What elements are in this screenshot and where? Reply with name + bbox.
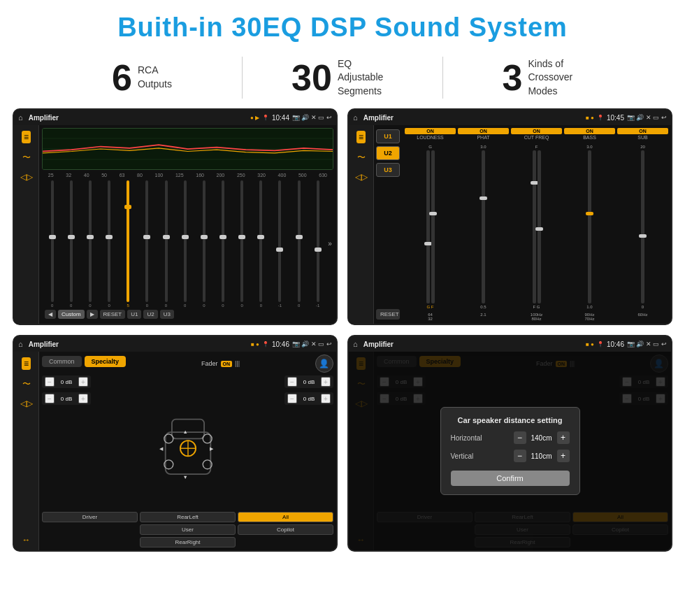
eq-u1-button[interactable]: U1	[127, 310, 141, 319]
dialog-vertical-minus[interactable]: −	[514, 450, 526, 462]
fader-rl-value: 0 dB	[57, 396, 76, 402]
dialog-status-dots: ■ ●	[586, 341, 594, 348]
dialog-overlay: Car speaker distance setting Horizontal …	[349, 352, 671, 550]
fader-controls-area: − 0 dB + − 0 dB +	[42, 375, 333, 508]
cr-bass-slider: 3.0 1.0	[564, 145, 615, 309]
eq-reset-button[interactable]: RESET	[100, 310, 126, 319]
stat-crossover-number: 3	[503, 59, 523, 96]
fader-status-dots: ■ ●	[251, 341, 259, 348]
fader-profile-icon[interactable]: 👤	[315, 354, 333, 373]
eq-slider-11: 0	[252, 179, 270, 308]
eq-next-button[interactable]: ▶	[87, 310, 98, 319]
fader-fl-minus[interactable]: −	[45, 377, 55, 387]
cr-preset-u1[interactable]: U1	[376, 129, 400, 143]
stat-rca-number: 6	[112, 59, 132, 96]
crossover-screen: ⌂ Amplifier ■ ● 📍 10:45 📷 🔊 ✕ ▭ ↩ ≡ 〜 ◁▷…	[347, 108, 672, 325]
dialog-horizontal-label: Horizontal	[451, 434, 482, 442]
cr-cutfreq-on[interactable]: ON	[511, 128, 562, 134]
fader-fr-value: 0 dB	[299, 379, 319, 385]
cr-speaker-icon[interactable]: ◁▷	[355, 172, 368, 182]
svg-text:◀: ◀	[159, 445, 164, 452]
fader-screen-title: Amplifier	[29, 341, 248, 348]
eq-slider-2: 0	[81, 179, 99, 308]
fader-fl-plus[interactable]: +	[78, 377, 88, 387]
fader-rl-minus[interactable]: −	[45, 394, 55, 403]
stats-row: 6 RCAOutputs 30 EQ AdjustableSegments 3 …	[0, 50, 685, 108]
fader-tab-common[interactable]: Common	[42, 356, 82, 367]
dialog-title: Car speaker distance setting	[451, 416, 570, 424]
eq-graph	[42, 128, 333, 170]
eq-slider-9: 0	[214, 179, 231, 308]
page-title: Buith-in 30EQ DSP Sound System	[0, 0, 685, 50]
fader-all-btn[interactable]: All	[238, 512, 333, 522]
cr-loudness-on[interactable]: ON	[405, 128, 456, 134]
eq-screen-title: Amplifier	[29, 114, 247, 122]
fader-left-panel: ≡ 〜 ◁▷ ↔	[14, 352, 39, 550]
fader-top-row: Common Specialty Fader ON ||| 👤	[42, 354, 333, 373]
eq-u2-button[interactable]: U2	[143, 310, 157, 319]
dialog-status-icons: 📷 🔊 ✕ ▭ ↩	[627, 341, 667, 348]
cr-freq-values: 6432 2.1 100Hz80Hz 90Hz70Hz 60Hz	[405, 313, 668, 321]
svg-text:▲: ▲	[182, 429, 187, 435]
cr-bass-on[interactable]: ON	[564, 128, 615, 134]
dialog-confirm-button[interactable]: Confirm	[451, 471, 570, 486]
fader-user-btn[interactable]: User	[140, 524, 236, 535]
fader-driver-btn[interactable]: Driver	[42, 512, 138, 522]
cr-preset-u3[interactable]: U3	[376, 163, 400, 177]
cr-wave-icon[interactable]: 〜	[357, 152, 366, 164]
fader-slider-indicator: |||	[235, 360, 240, 367]
fader-wave-icon[interactable]: 〜	[22, 378, 31, 390]
cr-phat-section: ON PHAT	[458, 128, 509, 140]
fader-speaker-icon[interactable]: ◁▷	[20, 399, 33, 408]
cr-sub-on[interactable]: ON	[617, 128, 668, 134]
fader-on-badge[interactable]: ON	[221, 361, 233, 367]
stat-crossover: 3 Kinds ofCrossover Modes	[443, 57, 643, 99]
eq-prev-button[interactable]: ◀	[45, 310, 56, 319]
dialog-home-icon[interactable]: ⌂	[353, 340, 358, 348]
fader-eq-icon[interactable]: ≡	[22, 357, 31, 370]
fader-rearleft-btn[interactable]: RearLeft	[140, 512, 236, 522]
eq-icon-active[interactable]: ≡	[22, 131, 31, 143]
stat-eq-number: 30	[291, 59, 332, 96]
fader-copilot-btn[interactable]: Copilot	[238, 524, 333, 535]
fader-labels-row: Driver RearLeft All User Copilot RearRig…	[42, 512, 333, 547]
eq-wave-icon[interactable]: 〜	[22, 152, 31, 164]
dialog-horizontal-row: Horizontal − 140cm +	[451, 431, 570, 444]
cr-status-dots: ■ ●	[586, 115, 594, 121]
cr-reset-button[interactable]: RESET	[376, 309, 400, 320]
eq-speaker-icon[interactable]: ◁▷	[20, 172, 33, 182]
fader-status-bar: ⌂ Amplifier ■ ● 📍 10:46 📷 🔊 ✕ ▭ ↩	[14, 336, 336, 352]
fader-rearright-btn[interactable]: RearRight	[140, 537, 236, 547]
dialog-horizontal-minus[interactable]: −	[514, 431, 526, 444]
cr-content: ≡ 〜 ◁▷ U1 U2 U3 RESET ON LOUDNESS ON	[349, 125, 671, 324]
stat-eq-text: EQ AdjustableSegments	[338, 57, 394, 99]
fader-rl-plus[interactable]: +	[78, 394, 88, 403]
car-diagram: ▲ ▼ ◀ ▶	[95, 375, 280, 508]
dialog-vertical-plus[interactable]: +	[557, 450, 570, 462]
eq-expand-icon[interactable]: »	[328, 240, 332, 248]
fader-main-panel: Common Specialty Fader ON ||| 👤	[39, 352, 336, 550]
svg-text:▼: ▼	[182, 473, 187, 480]
fader-rr-minus[interactable]: −	[287, 394, 297, 403]
fader-fr-plus[interactable]: +	[321, 377, 331, 387]
cr-preset-u2[interactable]: U2	[376, 146, 400, 160]
cr-phat-on[interactable]: ON	[458, 128, 509, 134]
eq-u3-button[interactable]: U3	[160, 310, 174, 319]
fader-on-control: Fader ON |||	[201, 360, 240, 367]
fader-home-icon[interactable]: ⌂	[18, 340, 23, 348]
eq-screen: ⌂ Amplifier ● ▶ 📍 10:44 📷 🔊 ✕ ▭ ↩ ≡ 〜 ◁▷	[13, 108, 338, 325]
eq-preset-custom[interactable]: Custom	[58, 310, 85, 319]
dialog-screen: ⌂ Amplifier ■ ● 📍 10:46 📷 🔊 ✕ ▭ ↩ ≡ 〜 ◁▷…	[347, 335, 672, 552]
cr-home-icon[interactable]: ⌂	[353, 113, 358, 122]
cr-eq-icon[interactable]: ≡	[356, 131, 366, 143]
eq-freq-labels: 25 32 40 50 63 80 100 125 160 200 250 32…	[42, 173, 333, 178]
fader-db-rl: − 0 dB +	[42, 392, 91, 405]
cr-left-panel: ≡ 〜 ◁▷	[349, 125, 374, 324]
fader-fr-minus[interactable]: −	[287, 377, 297, 387]
cr-status-icons: 📷 🔊 ✕ ▭ ↩	[627, 114, 667, 121]
fader-expand-icon[interactable]: ↔	[22, 535, 31, 545]
fader-tab-specialty[interactable]: Specialty	[85, 356, 127, 367]
home-icon[interactable]: ⌂	[18, 113, 23, 122]
dialog-horizontal-plus[interactable]: +	[557, 431, 570, 444]
fader-rr-plus[interactable]: +	[321, 394, 331, 403]
